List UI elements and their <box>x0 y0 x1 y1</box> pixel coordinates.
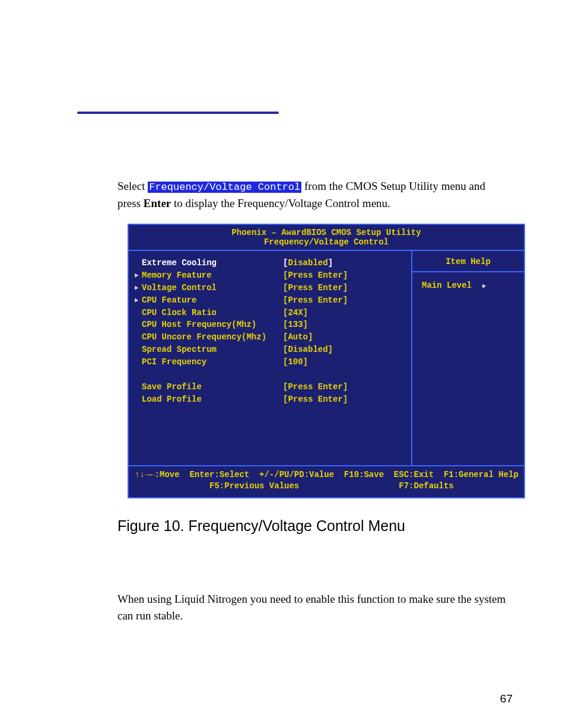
item-value: [Press Enter] <box>283 282 348 294</box>
bios-panels: ▶ Extreme Cooling [Disabled] ▶ Memory Fe… <box>129 250 524 466</box>
bios-item-memory-feature[interactable]: ▶ Memory Feature [Press Enter] <box>129 269 411 282</box>
item-value: [100] <box>283 357 308 368</box>
intro-tail: to display the Frequency/Voltage Control… <box>171 197 390 209</box>
bios-item-cpu-uncore-freq[interactable]: ▶ CPU Uncore Frequency(Mhz) [Auto] <box>129 331 411 344</box>
bios-title: Phoenix – AwardBIOS CMOS Setup Utility <box>129 225 524 237</box>
item-value: [Press Enter] <box>283 394 348 405</box>
item-label: Spread Spectrum <box>142 344 283 355</box>
item-value-bracket-open: [ <box>283 257 288 269</box>
triangle-icon: ▶ <box>135 271 142 280</box>
item-label: Voltage Control <box>142 282 283 294</box>
bios-item-cpu-feature[interactable]: ▶ CPU Feature [Press Enter] <box>129 294 411 307</box>
triangle-icon: ▶ <box>135 284 142 293</box>
bios-item-voltage-control[interactable]: ▶ Voltage Control [Press Enter] <box>129 282 411 294</box>
intro-select: Select <box>117 180 148 192</box>
item-value-bracket-close: ] <box>328 257 333 269</box>
bios-item-cpu-host-freq[interactable]: ▶ CPU Host Frequency(Mhz) [133] <box>129 319 411 331</box>
bios-subtitle: Frequency/Voltage Control <box>129 237 524 250</box>
item-value: [Press Enter] <box>283 270 348 281</box>
item-value: [Disabled] <box>283 344 333 355</box>
bios-window: Phoenix – AwardBIOS CMOS Setup Utility F… <box>128 224 525 498</box>
item-help-title: Item Help <box>412 257 524 272</box>
bios-item-cpu-clock-ratio[interactable]: ▶ CPU Clock Ratio [24X] <box>129 307 411 319</box>
footer-line-2: F5:Previous Values F7:Defaults <box>135 481 518 492</box>
intro-paragraph: Select Frequency/Voltage Control from th… <box>117 178 506 212</box>
page-root: Select Frequency/Voltage Control from th… <box>0 0 566 728</box>
item-label: Save Profile <box>142 382 283 393</box>
item-value: [Press Enter] <box>283 382 348 393</box>
triangle-icon: ▶ <box>472 282 486 290</box>
item-label: PCI Frequency <box>142 357 283 368</box>
item-label: CPU Feature <box>142 295 283 306</box>
item-label: Load Profile <box>142 394 283 405</box>
triangle-icon: ▶ <box>135 296 142 305</box>
item-value: [133] <box>283 319 308 330</box>
item-label: CPU Clock Ratio <box>142 307 283 319</box>
item-value: Disabled <box>288 257 327 269</box>
bios-footer: ↑↓→←:Move Enter:Select +/-/PU/PD:Value F… <box>129 466 524 497</box>
bios-right-panel: Item Help Main Level▶ <box>412 251 524 465</box>
main-level-label: Main Level▶ <box>412 272 524 290</box>
item-label: CPU Uncore Frequency(Mhz) <box>142 332 283 343</box>
bios-item-pci-frequency[interactable]: ▶ PCI Frequency [100] <box>129 356 411 368</box>
item-label: Memory Feature <box>142 270 283 281</box>
item-value: [Auto] <box>283 332 313 343</box>
bios-item-save-profile[interactable]: ▶ Save Profile [Press Enter] <box>129 381 411 393</box>
page-number: 67 <box>500 692 513 705</box>
item-label: CPU Host Frequency(Mhz) <box>142 319 283 330</box>
figure-caption: Figure 10. Frequency/Voltage Control Men… <box>117 517 513 535</box>
item-value: [Press Enter] <box>283 295 348 306</box>
item-label: Extreme Cooling <box>142 257 283 269</box>
section-hr <box>77 112 279 114</box>
bios-left-panel: ▶ Extreme Cooling [Disabled] ▶ Memory Fe… <box>129 251 412 465</box>
intro-enter: Enter <box>144 197 171 209</box>
item-value: [24X] <box>283 307 308 319</box>
intro-code-token: Frequency/Voltage Control <box>148 182 301 193</box>
bios-item-load-profile[interactable]: ▶ Load Profile [Press Enter] <box>129 393 411 406</box>
main-level-text: Main Level <box>422 281 472 290</box>
footer-line-1: ↑↓→←:Move Enter:Select +/-/PU/PD:Value F… <box>135 469 518 481</box>
body-para-2: When using Liquid Nitrogen you need to e… <box>117 591 506 625</box>
bios-item-extreme-cooling[interactable]: ▶ Extreme Cooling [Disabled] <box>129 257 411 269</box>
bios-spacer <box>129 368 411 381</box>
bios-item-spread-spectrum[interactable]: ▶ Spread Spectrum [Disabled] <box>129 344 411 356</box>
